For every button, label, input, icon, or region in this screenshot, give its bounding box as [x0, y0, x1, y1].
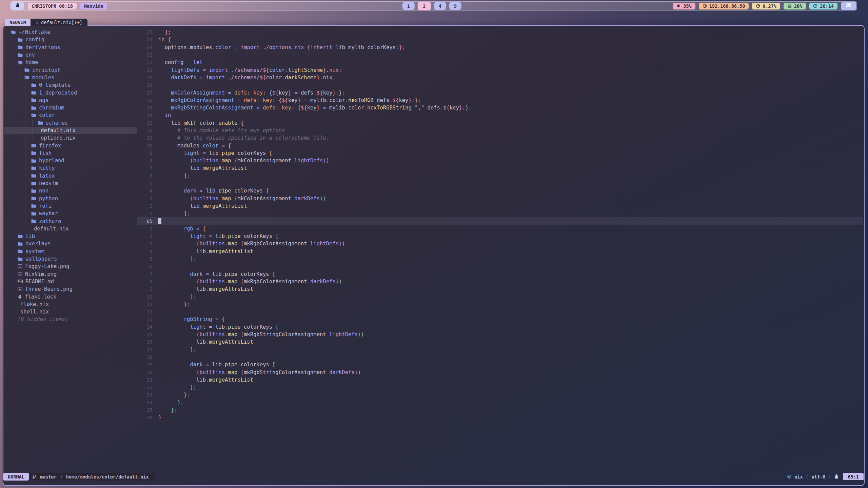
tree-item-overlays[interactable]: overlays: [4, 240, 137, 247]
code-line[interactable]: 13 rgbString = {: [137, 316, 863, 323]
tree-item-modules[interactable]: └modules: [4, 74, 137, 81]
code-line[interactable]: 16 lib.mergeAttrsList: [137, 338, 863, 346]
tree-item-env[interactable]: env: [4, 51, 137, 59]
code-line[interactable]: 9 lib.mergeAttrsList: [137, 285, 863, 293]
tree-item-hyprland[interactable]: │hyprland: [4, 157, 137, 164]
tree-item-shell.nix[interactable]: shell.nix: [4, 308, 137, 316]
tree-item-default.nix[interactable]: ││default.nix: [4, 127, 137, 134]
tree-item-home[interactable]: home: [4, 59, 137, 66]
code-line[interactable]: 18: [137, 353, 863, 361]
tree-item-christoph[interactable]: │christoph: [4, 66, 137, 74]
user-clock-pill[interactable]: CHRISTOPH 08:18: [28, 3, 77, 9]
code-line[interactable]: 15 mkRgbStringColorAssignment = defs: ke…: [137, 104, 863, 111]
tree-item-neovim[interactable]: │neovim: [4, 180, 137, 187]
code-line[interactable]: 11 # to the values specified in a colors…: [137, 134, 863, 142]
tree-item-derivations[interactable]: derivations: [4, 44, 137, 51]
code-line[interactable]: 7 dark = lib.pipe colorKeys [: [137, 270, 863, 278]
code-line[interactable]: 5: [137, 180, 863, 187]
tree-item-fish[interactable]: │fish: [4, 149, 137, 157]
cpu-module[interactable]: 0.27%: [752, 3, 780, 9]
code-line[interactable]: 9 light = lib.pipe colorKeys [: [137, 149, 863, 157]
code-line[interactable]: 10 modules.color = {: [137, 142, 863, 149]
code-line[interactable]: 20 lightDefs = import ./schemes/${color.…: [137, 66, 863, 74]
code-line[interactable]: 1 ];: [137, 210, 863, 217]
workspace-button-9[interactable]: 9: [449, 2, 461, 10]
code-line[interactable]: 1 rgb = {: [137, 225, 863, 232]
code-line[interactable]: 22: [137, 51, 863, 59]
tree-item-zathura[interactable]: │zathura: [4, 217, 137, 225]
code-line[interactable]: 15 (builtins.map (mkRgbStringColorAssign…: [137, 331, 863, 338]
tree-item-color[interactable]: │color: [4, 111, 137, 119]
tree-item-default.nix[interactable]: └default.nix: [4, 225, 137, 232]
tree-item-Three-Bears.png[interactable]: Three-Bears.png: [4, 285, 137, 293]
code-editor[interactable]: 25 ];24in {23 options.modules.color = im…: [137, 28, 863, 421]
code-line[interactable]: 24 };: [137, 399, 863, 406]
code-line[interactable]: 19 darkDefs = import ./schemes/${color.d…: [137, 74, 863, 81]
tree-item-README.md[interactable]: README.md: [4, 278, 137, 285]
tree-item-waybar[interactable]: │waybar: [4, 210, 137, 217]
discord-tray-button[interactable]: [841, 2, 856, 10]
tree-item-firefox[interactable]: │firefox: [4, 142, 137, 149]
code-line[interactable]: 3 (builtins.map (mkRgbColorAssignment li…: [137, 240, 863, 247]
tree-item-flake.nix[interactable]: flake.nix: [4, 301, 137, 308]
code-line[interactable]: 19 dark = lib.pipe colorKeys [: [137, 361, 863, 368]
code-line[interactable]: 8 (builtins.map (mkColorAssignment light…: [137, 157, 863, 164]
code-line[interactable]: 22 ];: [137, 384, 863, 391]
code-line[interactable]: 23 };: [137, 391, 863, 399]
tree-item-0_template[interactable]: │0_template: [4, 81, 137, 89]
code-line[interactable]: 25 };: [137, 406, 863, 414]
tree-item-~NixFlake[interactable]: ~/NixFlake: [4, 28, 137, 36]
code-line[interactable]: 2 light = lib.pipe colorKeys [: [137, 232, 863, 240]
code-line[interactable]: 12: [137, 308, 863, 316]
tree-item-kitty[interactable]: │kitty: [4, 164, 137, 172]
tab-buffer[interactable]: 1 default.nix[1+]: [31, 19, 87, 26]
volume-module[interactable]: 35%: [673, 3, 695, 9]
code-line[interactable]: 14 light = lib.pipe colorKeys [: [137, 323, 863, 331]
code-line[interactable]: 17 mkColorAssignment = defs: key: {${key…: [137, 89, 863, 96]
code-line[interactable]: 11 };: [137, 301, 863, 308]
tree-item-Foggy-Lake.png[interactable]: Foggy-Lake.png: [4, 263, 137, 270]
code-line[interactable]: 5 ];: [137, 255, 863, 263]
tree-item-NixVim.png[interactable]: NixVim.png: [4, 270, 137, 278]
code-line[interactable]: 7 lib.mergeAttrsList: [137, 164, 863, 172]
code-line[interactable]: 17 ];: [137, 346, 863, 353]
tree-item-chromium[interactable]: │chromium: [4, 104, 137, 111]
code-line[interactable]: 20 (builtins.map (mkRgbStringColorAssign…: [137, 368, 863, 376]
code-line[interactable]: 23 options.modules.color = import ./opti…: [137, 44, 863, 51]
workspace-button-1[interactable]: 1: [402, 2, 415, 10]
code-line[interactable]: 24in {: [137, 36, 863, 43]
tree-item-nnn[interactable]: │nnn: [4, 187, 137, 195]
code-line-current[interactable]: 65: [137, 217, 863, 225]
tree-item-latex[interactable]: │latex: [4, 172, 137, 180]
tree-item-system[interactable]: system: [4, 248, 137, 255]
code-line[interactable]: 16 mkRgbColorAssignment = defs: key: {${…: [137, 97, 863, 104]
code-line[interactable]: 4 lib.mergeAttrsList: [137, 248, 863, 255]
code-line[interactable]: 10 ];: [137, 293, 863, 300]
tree-item-schemes[interactable]: ││schemes: [4, 119, 137, 127]
clock-module[interactable]: 20:14: [809, 3, 837, 9]
code-line[interactable]: 21 config = let: [137, 59, 863, 66]
memory-module[interactable]: 20%: [784, 3, 806, 9]
tree-item-flake.lock[interactable]: flake.lock: [4, 293, 137, 300]
code-line[interactable]: 6 ];: [137, 172, 863, 180]
code-line[interactable]: 12 # This module sets its own options: [137, 127, 863, 134]
code-line[interactable]: 13 lib.mkIf color.enable {: [137, 119, 863, 127]
workspace-button-2[interactable]: 2: [418, 2, 431, 11]
launcher-button[interactable]: [11, 2, 24, 10]
code-line[interactable]: 6: [137, 263, 863, 270]
tree-item-rofi[interactable]: │rofi: [4, 202, 137, 210]
tree-item-ags[interactable]: │ags: [4, 97, 137, 104]
code-line[interactable]: 2 lib.mergeAttrsList: [137, 202, 863, 210]
active-window-pill[interactable]: Neovide: [80, 3, 107, 9]
tree-item-wallpapers[interactable]: wallpapers: [4, 255, 137, 263]
code-line[interactable]: 3 (builtins.map (mkColorAssignment darkD…: [137, 195, 863, 202]
tree-item-1_deprecated[interactable]: │1_deprecated: [4, 89, 137, 96]
code-line[interactable]: 25 ];: [137, 28, 863, 36]
code-line[interactable]: 8 (builtins.map (mkRgbColorAssignment da…: [137, 278, 863, 285]
code-line[interactable]: 14 in: [137, 111, 863, 119]
tree-item-lib[interactable]: lib: [4, 232, 137, 240]
code-line[interactable]: 4 dark = lib.pipe colorKeys [: [137, 187, 863, 195]
code-line[interactable]: 18: [137, 81, 863, 89]
network-module[interactable]: 192.168.86.50: [699, 3, 749, 9]
tree-item-options.nix[interactable]: │└options.nix: [4, 134, 137, 142]
